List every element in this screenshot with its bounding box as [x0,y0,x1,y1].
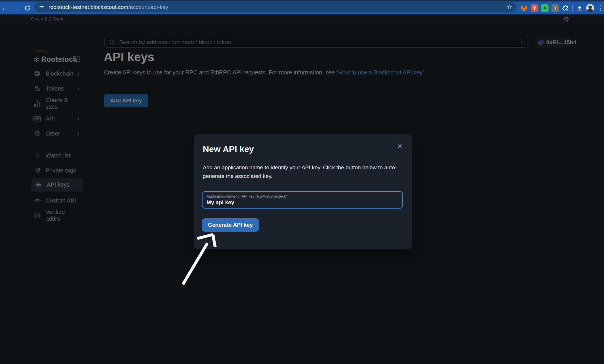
t-extension-icon[interactable]: T [552,4,559,12]
toolbar-separator [572,5,573,11]
browser-back-icon[interactable]: ← [1,4,9,12]
url-path: /account/api-key [128,4,168,10]
application-name-label: Application name for API key (e.g Web3 p… [207,194,288,198]
browser-menu-icon[interactable]: ⋮ [597,4,602,12]
address-bar[interactable]: rootstock-testnet.blockscout.com/account… [34,2,516,12]
pin-extension-icon[interactable] [531,4,538,12]
green-extension-icon[interactable] [541,4,549,12]
bookmark-star-icon[interactable]: ☆ [507,3,512,11]
url-domain: rootstock-testnet.blockscout.com [48,4,128,10]
modal-description: Add an application name to identify your… [203,163,399,181]
browser-reload-icon[interactable] [24,5,32,11]
tab-strip [0,0,604,1]
url-text: rootstock-testnet.blockscout.com/account… [48,4,168,10]
site-info-icon[interactable] [39,4,44,10]
application-name-field[interactable]: Application name for API key (e.g Web3 p… [202,191,403,209]
application-name-input[interactable] [207,199,397,206]
metamask-extension-icon[interactable] [520,4,528,12]
browser-forward-icon[interactable]: → [13,4,20,12]
generate-api-key-button[interactable]: Generate API key [202,218,259,232]
new-api-key-modal: New API key × Add an application name to… [194,134,412,249]
downloads-icon[interactable] [576,4,583,12]
blockscout-page: Gas < 0.1 Gwei ⚙ testnet Rootstock Block… [0,14,604,364]
close-icon[interactable]: × [397,142,402,151]
browser-profile-avatar[interactable] [586,4,594,12]
screen: ← → rootstock-testnet.blockscout.com/acc… [0,0,604,364]
browser-chrome: ← → rootstock-testnet.blockscout.com/acc… [0,0,604,14]
extensions-puzzle-icon[interactable] [562,4,569,12]
modal-title: New API key [203,144,254,154]
